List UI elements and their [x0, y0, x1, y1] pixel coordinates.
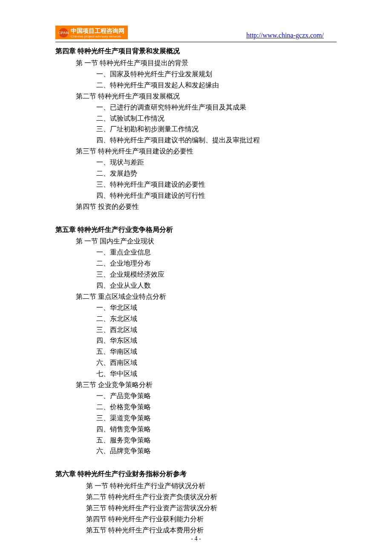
toc-item: 二、价格竞争策略	[96, 402, 337, 413]
logo-mark-icon: CPAN	[59, 28, 68, 38]
section-heading: 第二节 特种光纤生产行业资产负债状况分析	[86, 491, 337, 503]
section-heading: 第二节 重点区域企业特点分析	[76, 291, 337, 302]
section-heading: 第 一节 国内生产企业现状	[76, 236, 337, 247]
section-heading: 第四节 特种光纤生产行业获利能力分析	[86, 514, 337, 525]
document-page: CPAN 中国项目工程咨询网 Chinese project advisory …	[0, 0, 392, 553]
header-divider	[55, 42, 337, 42]
toc-item: 一、国家及特种光纤生产行业发展规划	[96, 69, 337, 80]
toc-item: 一、现状与差距	[96, 157, 337, 168]
page-header: CPAN 中国项目工程咨询网 Chinese project advisory …	[55, 26, 337, 39]
toc-item: 六、品牌竞争策略	[96, 445, 337, 457]
section-heading: 第 一节 特种光纤生产项目提出的背景	[76, 58, 337, 69]
toc-item: 一、已进行的调查研究特种光纤生产项目及其成果	[96, 102, 337, 113]
section-heading: 第三节 特种光纤生产项目建设的必要性	[76, 146, 337, 157]
toc-item: 三、厂址初勘和初步测量工作情况	[96, 124, 337, 135]
toc-item: 七、华中区域	[96, 368, 337, 379]
toc-item: 一、华北区域	[96, 302, 337, 313]
toc-item: 三、特种光纤生产项目建设的必要性	[96, 179, 337, 190]
section-heading: 第四节 投资的必要性	[76, 201, 337, 212]
toc-item: 二、发展趋势	[96, 168, 337, 179]
toc-item: 四、销售竞争策略	[96, 424, 337, 435]
section-heading: 第三节 企业竞争策略分析	[76, 379, 337, 390]
section-heading: 第三节 特种光纤生产行业资产运营状况分析	[86, 503, 337, 514]
chapter-heading: 第五章 特种光纤生产行业竞争格局分析	[55, 224, 337, 235]
toc-item: 六、西南区域	[96, 357, 337, 368]
toc-item: 三、企业规模经济效应	[96, 269, 337, 280]
toc-item: 二、东北区域	[96, 313, 337, 324]
site-logo: CPAN 中国项目工程咨询网 Chinese project advisory …	[55, 26, 128, 39]
toc-item: 一、重点企业信息	[96, 247, 337, 258]
toc-item: 一、产品竞争策略	[96, 390, 337, 402]
header-url-link[interactable]: http://www.china-gczx.com/	[246, 32, 324, 39]
logo-text: 中国项目工程咨询网 Chinese project advisory netwo…	[71, 27, 124, 38]
chapter-heading: 第六章 特种光纤生产行业财务指标分析参考	[55, 468, 337, 480]
toc-item: 五、服务竞争策略	[96, 435, 337, 446]
toc-item: 四、特种光纤生产项目建设的可行性	[96, 190, 337, 201]
toc-item: 三、渠道竞争策略	[96, 413, 337, 424]
toc-item: 四、企业从业人数	[96, 280, 337, 291]
toc-item: 二、特种光纤生产项目发起人和发起缘由	[96, 80, 337, 91]
toc-item: 四、华东区域	[96, 335, 337, 346]
logo-en: Chinese project advisory network	[71, 35, 124, 39]
toc-item: 四、特种光纤生产项目建议书的编制、提出及审批过程	[96, 135, 337, 146]
section-heading: 第 一节 特种光纤生产行业产销状况分析	[86, 480, 337, 491]
toc-item: 二、试验试制工作情况	[96, 113, 337, 124]
page-number: - 4 -	[0, 535, 392, 542]
section-heading: 第五节 特种光纤生产行业成本费用分析	[86, 525, 337, 536]
toc-item: 三、西北区域	[96, 324, 337, 335]
toc-item: 二、企业地理分布	[96, 258, 337, 269]
section-heading: 第二节 特种光纤生产项目发展概况	[76, 91, 337, 102]
chapter-heading: 第四章 特种光纤生产项目背景和发展概况	[55, 46, 337, 57]
toc-item: 五、华南区域	[96, 346, 337, 357]
logo-cn: 中国项目工程咨询网	[71, 27, 124, 35]
